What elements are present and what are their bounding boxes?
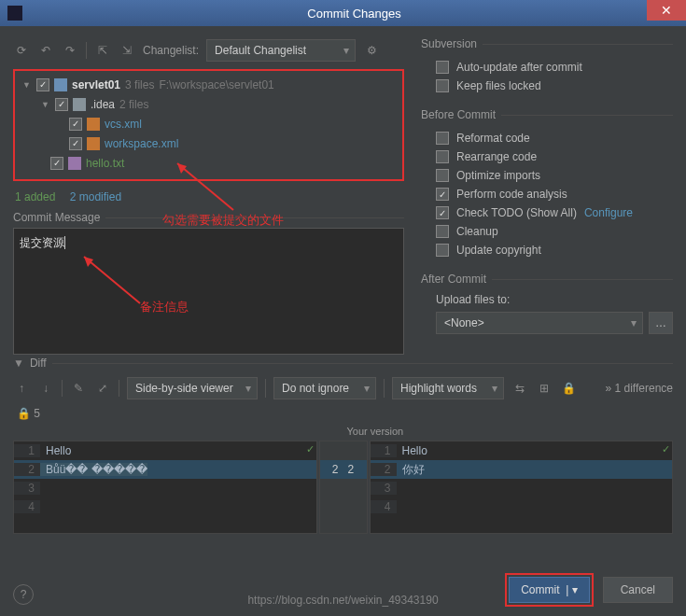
optimize-option[interactable]: Optimize imports (421, 166, 673, 185)
text-icon (68, 157, 81, 170)
refresh-icon[interactable]: ⟳ (13, 42, 30, 59)
changelist-label: Changelist: (143, 44, 199, 57)
tree-root[interactable]: ▼ servlet01 3 files F:\workspace\servlet… (15, 75, 402, 94)
module-icon (54, 78, 67, 91)
sync-scroll-icon[interactable]: ⇆ (511, 380, 528, 397)
xml-icon (87, 118, 100, 131)
after-commit-header: After Commit (421, 273, 486, 286)
cancel-button[interactable]: Cancel (603, 577, 673, 603)
ignore-dropdown[interactable]: Do not ignore (273, 377, 376, 399)
edit-icon[interactable]: ✎ (70, 380, 87, 397)
undo-icon[interactable]: ↶ (37, 42, 54, 59)
checkbox[interactable] (55, 98, 68, 111)
expand-icon[interactable]: ⇱ (94, 42, 111, 59)
check-icon: ✓ (306, 443, 315, 455)
folder-icon (73, 98, 86, 111)
whitespace-icon[interactable]: ⊞ (536, 380, 553, 397)
diff-toolbar: ↑ ↓ ✎ ⤢ Side-by-side viewer Do not ignor… (13, 377, 673, 399)
your-version-label: Your version (340, 424, 674, 441)
before-commit-header: Before Commit (421, 108, 496, 121)
analysis-option[interactable]: Perform code analysis (421, 185, 673, 203)
rearrange-option[interactable]: Rearrange code (421, 147, 673, 166)
watermark: https://blog.csdn.net/weixin_49343190 (247, 594, 438, 607)
annotation-select: 勾选需要被提交的文件 (162, 212, 284, 229)
diff-gutter: 2 2 (319, 441, 368, 534)
annotation-remark: 备注信息 (140, 299, 189, 315)
commit-button[interactable]: Commit | ▾ (509, 577, 589, 603)
close-button[interactable]: ✕ (647, 0, 686, 21)
help-button[interactable]: ? (13, 584, 34, 605)
gear-icon[interactable]: ⚙ (363, 42, 380, 59)
diff-left-pane[interactable]: ✓ 1Hello 2Bůü�� ����� 3 4 (13, 441, 317, 534)
xml-icon (87, 137, 100, 150)
changelist-toolbar: ⟳ ↶ ↷ ⇱ ⇲ Changelist: Default Changelist… (13, 37, 404, 63)
commit-message-input[interactable]: 提交资源 (13, 228, 404, 355)
upload-dropdown[interactable]: <None> (436, 312, 643, 334)
next-icon[interactable]: ↓ (37, 380, 54, 397)
app-icon (7, 6, 22, 21)
chevron-down-icon[interactable]: ▼ (22, 80, 32, 90)
subversion-header: Subversion (421, 37, 477, 50)
diff-count: 🔒 5 (13, 407, 673, 424)
diff-right-pane[interactable]: ✓ 1Hello 2你好 3 4 (370, 441, 674, 534)
prev-icon[interactable]: ↑ (13, 380, 30, 397)
keep-locked-option[interactable]: Keep files locked (421, 77, 673, 95)
tree-file[interactable]: workspace.xml (15, 133, 402, 153)
title-bar: Commit Changes ✕ (0, 0, 686, 26)
tree-file[interactable]: hello.txt (15, 153, 402, 173)
chevron-down-icon[interactable]: ▼ (41, 100, 50, 109)
check-icon: ✓ (662, 443, 670, 455)
copyright-option[interactable]: Update copyright (421, 241, 673, 259)
checkbox[interactable] (69, 118, 82, 131)
redo-icon[interactable]: ↷ (62, 42, 78, 59)
checkbox[interactable] (69, 137, 82, 150)
upload-label: Upload files to: (421, 293, 673, 306)
status-bar: 1 added 2 modified (15, 190, 404, 203)
checkbox[interactable] (50, 157, 63, 170)
collapse-icon[interactable]: ⇲ (119, 42, 135, 59)
configure-link[interactable]: Configure (584, 206, 633, 219)
todo-option[interactable]: Check TODO (Show All) Configure (421, 203, 673, 222)
cleanup-option[interactable]: Cleanup (421, 222, 673, 241)
file-tree: ▼ servlet01 3 files F:\workspace\servlet… (13, 69, 404, 181)
upload-browse-button[interactable]: … (649, 312, 673, 334)
lock-icon[interactable]: 🔒 (560, 380, 577, 397)
viewer-dropdown[interactable]: Side-by-side viewer (127, 377, 258, 399)
reformat-option[interactable]: Reformat code (421, 129, 673, 147)
tree-file[interactable]: vcs.xml (15, 114, 402, 133)
highlight-dropdown[interactable]: Highlight words (392, 377, 504, 399)
tree-folder[interactable]: ▼ .idea 2 files (15, 94, 402, 114)
auto-update-option[interactable]: Auto-update after commit (421, 58, 673, 77)
window-title: Commit Changes (30, 7, 679, 21)
changelist-dropdown[interactable]: Default Changelist (206, 39, 356, 62)
checkbox[interactable] (36, 78, 49, 91)
expand-icon[interactable]: ⤢ (94, 380, 111, 397)
diff-header[interactable]: ▼Diff (13, 357, 673, 370)
